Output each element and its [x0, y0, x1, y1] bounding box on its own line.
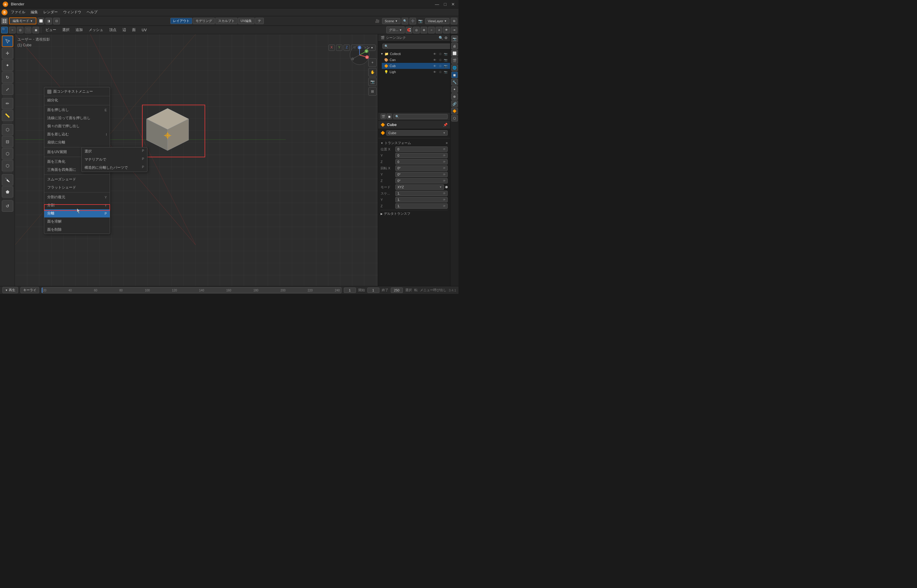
right-tab-material[interactable]: ⬡	[451, 115, 458, 121]
viewport[interactable]: ユーザー・透視投影 (1) Cube X Y Z オプション ▼	[15, 34, 378, 286]
can-render-icon[interactable]: 📷	[443, 58, 448, 62]
snap-icon[interactable]: 🧲	[406, 27, 412, 33]
snap-2-icon[interactable]: ⊕	[420, 27, 427, 33]
viewlayer-copy[interactable]: ⧉	[451, 18, 457, 24]
axis-y-btn[interactable]: Y	[336, 45, 342, 51]
tool-knife[interactable]: 🔪	[2, 174, 13, 186]
outliner-search[interactable]: 🔍	[382, 44, 451, 49]
ctx-item-fan[interactable]: 扇状に分離	[44, 138, 110, 147]
sub-item-loose[interactable]: 構造的に分離したパーツで P	[81, 164, 147, 172]
menu-render[interactable]: レンダー	[41, 9, 60, 15]
tool-bevel[interactable]: ⬡	[2, 148, 13, 159]
rot-x-field[interactable]: 0° ⟳	[395, 165, 448, 171]
pos-y-field[interactable]: 0 ⟳	[395, 153, 448, 158]
select-lasso-icon[interactable]: ◎	[17, 27, 23, 33]
scene-props-icon[interactable]: 🎬	[380, 114, 386, 119]
extra-icon[interactable]: ⇥	[451, 27, 457, 33]
tool-select[interactable]	[2, 36, 13, 47]
scale-z-field[interactable]: 1. ⟳	[395, 204, 448, 209]
viewlayer-dropdown[interactable]: ViewLayer ▼	[425, 18, 450, 24]
shading-solid-icon[interactable]: ◨	[45, 18, 52, 24]
right-tab-particles[interactable]: ✦	[451, 86, 458, 93]
timeline-scrubber[interactable]: 20 40 60 80 100 120 140 160 180 200 220 …	[42, 287, 341, 293]
render-eye-icon[interactable]: 📷	[443, 52, 448, 56]
ctx-item-flat[interactable]: フラットシェード	[44, 184, 110, 192]
rot-y-field[interactable]: 0° ⟳	[395, 172, 448, 177]
maximize-btn[interactable]: □	[443, 2, 448, 6]
hide-icon[interactable]: 👁	[443, 27, 450, 33]
eye-icon[interactable]: 👁	[433, 52, 437, 56]
menu-select[interactable]: 選択	[60, 27, 72, 33]
can-restrict-icon[interactable]: ☉	[438, 58, 442, 62]
cube-restrict-icon[interactable]: ☉	[438, 64, 442, 68]
right-tab-render[interactable]: 📷	[451, 36, 458, 42]
right-tab-scene[interactable]: 🎬	[451, 57, 458, 64]
start-frame-field[interactable]: 1	[367, 288, 379, 293]
cube-eye-icon[interactable]: 👁	[433, 64, 437, 68]
tab-modeling[interactable]: モデリング	[193, 18, 215, 24]
right-tab-modifier[interactable]: 🔧	[451, 79, 458, 86]
tool-annotate[interactable]: ✏	[2, 98, 13, 109]
minimize-btn[interactable]: —	[434, 2, 440, 6]
menu-window[interactable]: ウィンドウ	[61, 9, 84, 15]
outliner-item-cube[interactable]: 🔶 Cub 👁 ☉ 📷	[382, 63, 450, 69]
camera-btn[interactable]: 📷	[368, 78, 377, 86]
tool-cursor[interactable]: ✛	[2, 47, 13, 59]
menu-vertex[interactable]: 頂点	[107, 27, 119, 33]
outliner-settings-icon[interactable]: ⚙	[444, 36, 448, 40]
ctx-item-extrude-normal[interactable]: 法線に沿って面を押し出し	[44, 114, 110, 122]
right-tab-constraints[interactable]: 🔗	[451, 100, 458, 107]
playhead[interactable]	[42, 288, 42, 293]
menu-view[interactable]: ビュー	[43, 27, 59, 33]
transform-chevron[interactable]: ▼	[380, 142, 383, 145]
outliner-item-collection[interactable]: ▼ 📁 Collecti 👁 ☉ 📷	[378, 51, 450, 57]
menu-file[interactable]: ファイル	[8, 9, 27, 15]
shading-wire-icon[interactable]: ⊡	[53, 18, 60, 24]
zoom-in-btn[interactable]: +	[368, 58, 377, 67]
sel-icon-4[interactable]: ⬛	[25, 27, 31, 33]
ctx-item-split[interactable]: 分割 Y	[44, 201, 110, 209]
cube-render-icon[interactable]: 📷	[443, 64, 448, 68]
scene-extra[interactable]: ➕	[409, 18, 416, 24]
ctx-item-subdivide[interactable]: 細分化	[44, 96, 110, 104]
axis-x-btn[interactable]: X	[328, 45, 335, 51]
outliner-filter-icon[interactable]: 🔍	[439, 36, 443, 40]
ctx-item-inset[interactable]: 面を差し込む I	[44, 130, 110, 138]
menu-uv[interactable]: UV	[139, 27, 149, 33]
snap-4-icon[interactable]: ∧	[436, 27, 442, 33]
tool-spin[interactable]: ↺	[2, 200, 13, 212]
menu-face[interactable]: 面	[130, 27, 138, 33]
object-props-icon[interactable]: ◼	[387, 114, 392, 119]
right-tab-data[interactable]: 🔶	[451, 108, 458, 114]
hand-tool-btn[interactable]: ✋	[368, 68, 377, 76]
props-search[interactable]: 🔍	[393, 114, 448, 119]
delta-row[interactable]: ▶ デルタトランスフ	[380, 212, 448, 216]
proportional-icon[interactable]: ◎	[413, 27, 420, 33]
tool-extrude[interactable]: ⬡	[2, 124, 13, 135]
snap-3-icon[interactable]: ○	[428, 27, 435, 33]
close-btn[interactable]: ✕	[450, 2, 456, 6]
outliner-item-can[interactable]: 🎨 Can 👁 ☉ 📷	[382, 57, 450, 63]
ctx-item-smooth[interactable]: スムーズシェード	[44, 175, 110, 184]
right-tab-physics[interactable]: ⊕	[451, 93, 458, 100]
ctx-item-extrude-individual[interactable]: 個々の面で押し出し	[44, 122, 110, 130]
ctx-item-dissolve-face[interactable]: 面を溶解	[44, 218, 110, 226]
tool-inset[interactable]: ⊟	[2, 136, 13, 147]
rot-z-field[interactable]: 0° ⟳	[395, 178, 448, 184]
tool-rotate[interactable]: ↻	[2, 71, 13, 83]
light-render-icon[interactable]: 📷	[443, 70, 448, 74]
tool-loop[interactable]: ⬡	[2, 160, 13, 171]
right-tab-world[interactable]: 🌐	[451, 65, 458, 71]
select-box-icon[interactable]	[1, 27, 8, 33]
tab-layout[interactable]: レイアウト	[170, 18, 192, 24]
mode-dropdown[interactable]: 編集モード ▼	[9, 18, 36, 24]
current-frame-field[interactable]: 1	[344, 288, 356, 293]
ctx-item-delete-face[interactable]: 面を削除	[44, 226, 110, 234]
scene-search[interactable]: 🔍	[402, 18, 408, 24]
keyframe-btn[interactable]: キーライ	[21, 287, 39, 293]
play-btn[interactable]: ▼ 再生	[2, 287, 18, 293]
pos-x-field[interactable]: 0 ⟳	[395, 147, 448, 152]
tab-sculpt[interactable]: スカルプト	[215, 18, 238, 24]
right-tab-output[interactable]: 🖨	[451, 43, 458, 49]
mode-field[interactable]: XYZ ▼	[395, 184, 444, 190]
